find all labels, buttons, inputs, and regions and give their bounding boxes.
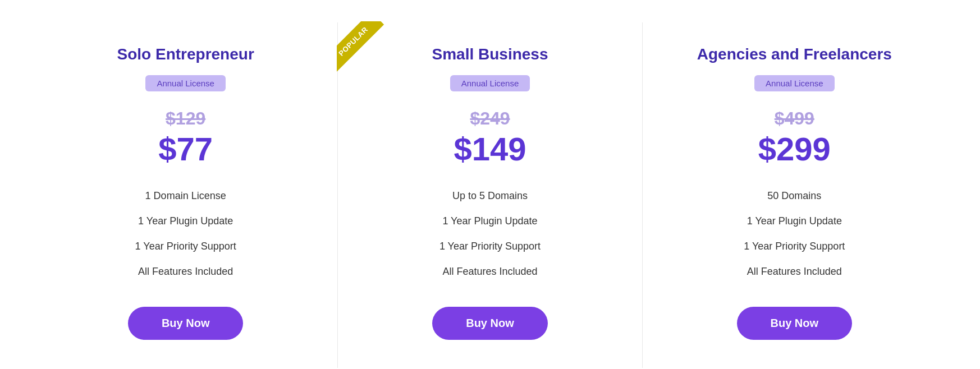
license-badge-small-business: Annual License: [450, 75, 530, 91]
feature-item-1: 1 Year Plugin Update: [56, 209, 315, 234]
feature-item-3: All Features Included: [56, 259, 315, 284]
feature-item-0: 50 Domains: [665, 183, 924, 209]
features-list-agencies: 50 Domains1 Year Plugin Update1 Year Pri…: [665, 183, 924, 284]
feature-item-0: 1 Domain License: [56, 183, 315, 209]
popular-badge-label: POPULAR: [337, 21, 384, 72]
buy-button-small-business[interactable]: Buy Now: [432, 307, 548, 340]
feature-item-3: All Features Included: [360, 259, 619, 284]
license-badge-agencies: Annual License: [754, 75, 835, 91]
popular-badge: POPULAR: [337, 21, 387, 72]
card-title-agencies: Agencies and Freelancers: [697, 45, 892, 64]
feature-item-1: 1 Year Plugin Update: [360, 209, 619, 234]
license-badge-solo: Annual License: [145, 75, 226, 91]
features-list-small-business: Up to 5 Domains1 Year Plugin Update1 Yea…: [360, 183, 619, 284]
feature-item-1: 1 Year Plugin Update: [665, 209, 924, 234]
feature-item-2: 1 Year Priority Support: [360, 234, 619, 259]
buy-button-agencies[interactable]: Buy Now: [737, 307, 853, 340]
price-current-agencies: $299: [758, 131, 831, 167]
pricing-card-small-business: POPULAR Small Business Annual License $2…: [338, 22, 642, 368]
pricing-card-solo: Solo Entrepreneur Annual License $129 $7…: [34, 22, 338, 368]
pricing-section: Solo Entrepreneur Annual License $129 $7…: [0, 0, 980, 369]
price-current-solo: $77: [158, 131, 213, 167]
card-title-solo: Solo Entrepreneur: [117, 45, 254, 64]
feature-item-0: Up to 5 Domains: [360, 183, 619, 209]
features-list-solo: 1 Domain License1 Year Plugin Update1 Ye…: [56, 183, 315, 284]
price-original-solo: $129: [166, 108, 205, 129]
feature-item-3: All Features Included: [665, 259, 924, 284]
price-original-small-business: $249: [470, 108, 510, 129]
price-current-small-business: $149: [454, 131, 526, 167]
price-original-agencies: $499: [775, 108, 814, 129]
card-title-small-business: Small Business: [432, 45, 548, 64]
pricing-card-agencies: Agencies and Freelancers Annual License …: [643, 22, 946, 368]
buy-button-solo[interactable]: Buy Now: [128, 307, 244, 340]
feature-item-2: 1 Year Priority Support: [56, 234, 315, 259]
feature-item-2: 1 Year Priority Support: [665, 234, 924, 259]
